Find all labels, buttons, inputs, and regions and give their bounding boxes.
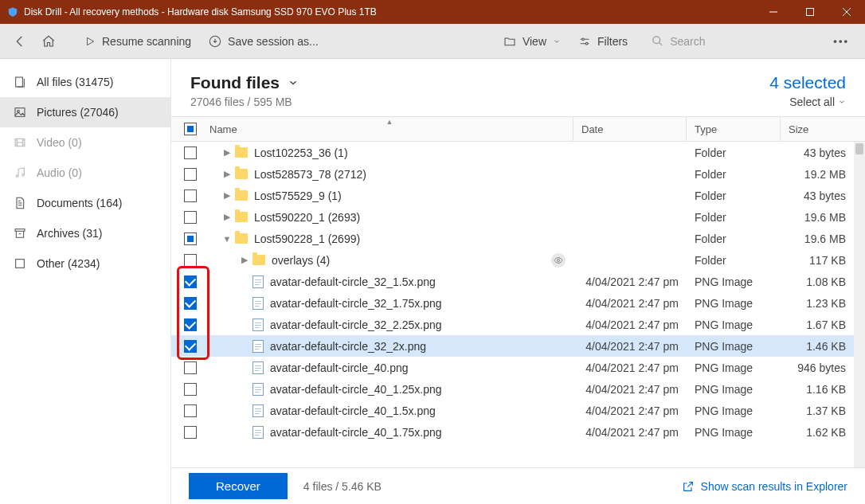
file-icon xyxy=(252,297,264,310)
row-checkbox[interactable] xyxy=(171,383,206,396)
chevron-right-icon[interactable]: ▶ xyxy=(240,255,249,265)
row-checkbox[interactable] xyxy=(171,297,206,310)
row-size: 117 KB xyxy=(781,249,854,271)
row-name-cell: ▶Lost102253_36 (1) xyxy=(206,142,573,163)
window-title: Disk Drill - All recovery methods - Hard… xyxy=(24,6,755,18)
row-checkbox[interactable] xyxy=(171,361,206,374)
row-date xyxy=(573,163,687,185)
column-date[interactable]: Date xyxy=(573,117,687,141)
sidebar-item-label: Pictures (27046) xyxy=(37,106,119,119)
sidebar-item-audio[interactable]: Audio (0) xyxy=(0,158,170,188)
table-row[interactable]: avatar-default-circle_32_1.75x.png4/04/2… xyxy=(171,292,865,314)
row-checkbox[interactable] xyxy=(171,404,206,417)
row-name-cell: ▶overlays (4) xyxy=(206,249,573,271)
row-name: avatar-default-circle_32_2.25x.png xyxy=(270,318,573,331)
row-checkbox[interactable] xyxy=(171,232,206,245)
row-checkbox[interactable] xyxy=(171,211,206,224)
chevron-right-icon[interactable]: ▶ xyxy=(222,147,232,158)
folder-icon xyxy=(235,190,248,201)
chevron-right-icon[interactable]: ▶ xyxy=(222,169,232,179)
column-type[interactable]: Type xyxy=(687,117,781,141)
row-name: Lost102253_36 (1) xyxy=(254,147,573,159)
svg-rect-1 xyxy=(807,9,814,16)
row-name: Lost528573_78 (2712) xyxy=(254,168,573,181)
chevron-right-icon[interactable]: ▶ xyxy=(222,190,232,201)
table-row[interactable]: ▶Lost590220_1 (2693)Folder19.6 MB xyxy=(171,206,865,228)
svg-point-7 xyxy=(653,37,660,44)
header-check[interactable] xyxy=(171,123,206,135)
row-checkbox[interactable] xyxy=(171,254,206,267)
sidebar-item-documents[interactable]: Documents (164) xyxy=(0,188,170,218)
view-dropdown[interactable]: View xyxy=(497,32,567,51)
chevron-down-icon[interactable]: ▼ xyxy=(222,234,232,244)
external-link-icon xyxy=(682,480,695,493)
row-name-cell: ▶Lost575529_9 (1) xyxy=(206,185,573,206)
row-type: PNG Image xyxy=(687,271,781,292)
row-checkbox[interactable] xyxy=(171,147,206,159)
sidebar-item-pictures[interactable]: Pictures (27046) xyxy=(0,97,170,127)
preview-eye-icon[interactable] xyxy=(551,253,566,268)
recover-button[interactable]: Recover xyxy=(189,473,288,499)
row-size: 1.08 KB xyxy=(781,271,854,292)
file-list: ▶Lost102253_36 (1)Folder43 bytes▶Lost528… xyxy=(171,142,865,467)
table-row[interactable]: avatar-default-circle_32_1.5x.png4/04/20… xyxy=(171,271,865,292)
more-button[interactable]: ••• xyxy=(825,32,857,50)
table-row[interactable]: avatar-default-circle_40_1.5x.png4/04/20… xyxy=(171,400,865,421)
folder-open-icon xyxy=(503,35,516,48)
table-row[interactable]: avatar-default-circle_40.png4/04/2021 2:… xyxy=(171,357,865,378)
row-type: Folder xyxy=(687,228,781,249)
row-type: PNG Image xyxy=(687,292,781,314)
resume-scanning-button[interactable]: Resume scanning xyxy=(78,32,198,51)
folder-icon xyxy=(235,212,248,222)
minimize-button[interactable] xyxy=(755,0,792,24)
table-row[interactable]: ▶Lost102253_36 (1)Folder43 bytes xyxy=(171,142,865,163)
search-input[interactable] xyxy=(670,35,814,48)
filters-button[interactable]: Filters xyxy=(572,32,634,51)
svg-point-5 xyxy=(582,38,585,41)
sidebar-item-archives[interactable]: Archives (31) xyxy=(0,218,170,248)
row-checkbox[interactable] xyxy=(171,426,206,439)
filters-label: Filters xyxy=(597,35,628,48)
select-all-button[interactable]: Select all xyxy=(789,96,846,108)
maximize-button[interactable] xyxy=(792,0,828,24)
row-name-cell: avatar-default-circle_40.png xyxy=(206,357,573,378)
row-checkbox[interactable] xyxy=(171,340,206,353)
row-name-cell: ▶Lost528573_78 (2712) xyxy=(206,163,573,185)
row-checkbox[interactable] xyxy=(171,168,206,181)
column-size[interactable]: Size xyxy=(781,117,854,141)
table-row[interactable]: ▶Lost528573_78 (2712)Folder19.2 MB xyxy=(171,163,865,185)
table-row[interactable]: avatar-default-circle_32_2x.png4/04/2021… xyxy=(171,335,865,357)
row-name: Lost590220_1 (2693) xyxy=(254,211,573,224)
sidebar-item-video[interactable]: Video (0) xyxy=(0,127,170,158)
row-checkbox[interactable] xyxy=(171,189,206,202)
svg-point-6 xyxy=(585,42,588,45)
row-type: Folder xyxy=(687,206,781,228)
table-row[interactable]: ▶overlays (4)Folder117 KB xyxy=(171,249,865,271)
sidebar-item-other[interactable]: Other (4234) xyxy=(0,248,170,279)
close-button[interactable] xyxy=(828,0,865,24)
row-size: 43 bytes xyxy=(781,142,854,163)
column-name[interactable]: ▲Name xyxy=(206,117,573,141)
scroll-thumb[interactable] xyxy=(855,143,863,154)
search-box[interactable] xyxy=(645,32,820,51)
sliders-icon xyxy=(578,35,591,48)
table-row[interactable]: avatar-default-circle_32_2.25x.png4/04/2… xyxy=(171,314,865,335)
scrollbar-track[interactable] xyxy=(854,142,865,467)
sidebar-item-label: Audio (0) xyxy=(37,166,82,179)
folder-icon xyxy=(235,169,248,179)
row-checkbox[interactable] xyxy=(171,318,206,331)
sidebar-item-all-files[interactable]: All files (31475) xyxy=(0,67,170,97)
table-row[interactable]: avatar-default-circle_40_1.25x.png4/04/2… xyxy=(171,378,865,400)
found-files-heading[interactable]: Found files xyxy=(190,73,299,92)
table-row[interactable]: avatar-default-circle_40_1.75x.png4/04/2… xyxy=(171,421,865,443)
table-row[interactable]: ▶Lost575529_9 (1)Folder43 bytes xyxy=(171,185,865,206)
back-button[interactable] xyxy=(8,31,32,52)
table-row[interactable]: ▼Lost590228_1 (2699)Folder19.6 MB xyxy=(171,228,865,249)
save-session-button[interactable]: Save session as... xyxy=(202,32,325,51)
home-button[interactable] xyxy=(37,31,61,52)
document-icon xyxy=(13,196,27,210)
show-in-explorer-link[interactable]: Show scan results in Explorer xyxy=(682,480,847,493)
chevron-right-icon[interactable]: ▶ xyxy=(222,212,232,222)
file-icon xyxy=(252,426,264,439)
row-checkbox[interactable] xyxy=(171,275,206,288)
